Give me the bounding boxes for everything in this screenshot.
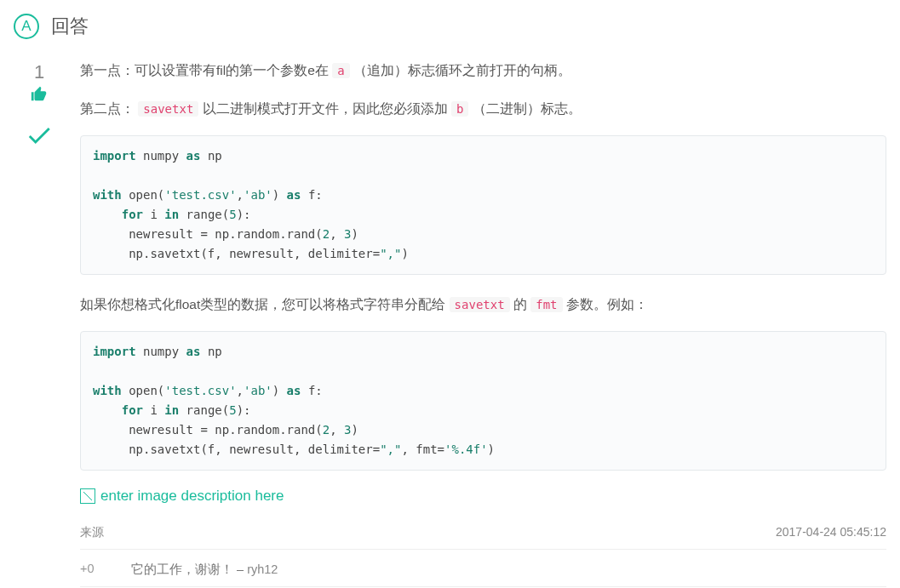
comment-author[interactable]: ryh12 [247, 562, 278, 576]
vote-count: 1 [34, 61, 44, 83]
source-link[interactable]: 来源 [80, 525, 104, 540]
answer-heading: 回答 [51, 14, 89, 39]
inline-code: savetxt [138, 101, 198, 117]
text: 第二点： [80, 101, 138, 116]
answer-badge-icon: A [14, 14, 39, 39]
meta-row: 来源 2017-04-24 05:45:12 [80, 525, 886, 550]
vote-column: 1 [14, 58, 65, 587]
paragraph-2: 第二点： savetxt 以二进制模式打开文件，因此您必须添加 b （二进制）标… [80, 96, 886, 121]
comment-row: +0 它的工作，谢谢！ – ryh12 [80, 562, 886, 587]
inline-code: b [451, 101, 468, 117]
inline-code: savetxt [450, 297, 510, 312]
text: （二进制）标志。 [468, 101, 581, 116]
text: 的 [510, 297, 531, 311]
broken-image-icon [80, 488, 95, 504]
code-block-2: import numpy as np with open('test.csv',… [80, 331, 886, 471]
inline-code: fmt [530, 297, 562, 312]
answer-header: A 回答 [14, 14, 886, 39]
image-alt-text: enter image description here [100, 488, 284, 505]
text: 参数。例如： [563, 297, 648, 311]
comment-text: 它的工作，谢谢！ [131, 562, 233, 576]
comment-body: 它的工作，谢谢！ – ryh12 [131, 562, 278, 578]
accepted-check-icon [25, 121, 54, 150]
text: 第一点：可以设置带有fil的第一个参数e在 [80, 63, 332, 77]
text: 以二进制模式打开文件，因此您必须添加 [198, 101, 451, 116]
code-block-1: import numpy as np with open('test.csv',… [80, 135, 886, 276]
timestamp: 2017-04-24 05:45:12 [776, 525, 886, 539]
comment-separator: – [233, 562, 247, 576]
upvote-icon[interactable] [30, 85, 49, 109]
image-link[interactable]: enter image description here [80, 488, 284, 505]
text: 如果你想格式化float类型的数据，您可以将格式字符串分配给 [80, 297, 450, 311]
comment-score: +0 [80, 562, 106, 578]
paragraph-3: 如果你想格式化float类型的数据，您可以将格式字符串分配给 savetxt 的… [80, 292, 886, 317]
inline-code: a [332, 63, 349, 78]
paragraph-1: 第一点：可以设置带有fil的第一个参数e在 a （追加）标志循环之前打开的句柄。 [80, 58, 886, 83]
answer-content: 第一点：可以设置带有fil的第一个参数e在 a （追加）标志循环之前打开的句柄。… [80, 58, 886, 587]
text: （追加）标志循环之前打开的句柄。 [350, 63, 571, 77]
